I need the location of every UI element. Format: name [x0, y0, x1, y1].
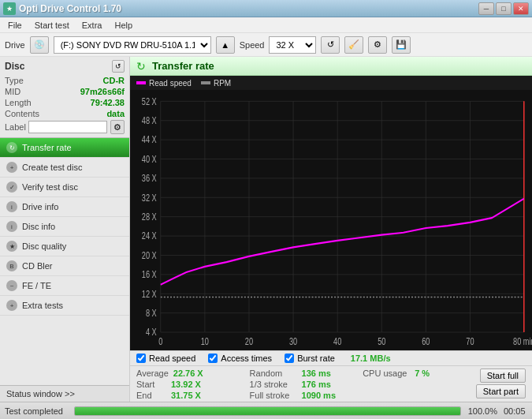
svg-text:40 X: 40 X: [142, 153, 157, 164]
chart-legend: Read speed RPM: [130, 76, 532, 90]
start-part-button[interactable]: Start part: [476, 384, 526, 398]
speed-select[interactable]: 32 X: [269, 36, 316, 54]
save-button[interactable]: 💾: [392, 36, 411, 54]
nav-fe-te[interactable]: ~ FE / TE: [0, 276, 129, 296]
nav-icon-create-test-disc: +: [6, 162, 17, 173]
nav-drive-info[interactable]: i Drive info: [0, 197, 129, 217]
stats-row: Average 22.76 X Start 13.92 X End 31.75 …: [130, 366, 532, 402]
disc-mid-label: MID: [5, 87, 20, 96]
checkbox-burst-rate-input[interactable]: [285, 354, 294, 363]
disc-length-value: 79:42.38: [91, 98, 125, 107]
disc-label-gear-button[interactable]: ⚙: [110, 120, 125, 134]
checkbox-access-times[interactable]: Access times: [208, 354, 272, 363]
disc-label-label: Label: [5, 122, 26, 132]
nav-icon-extra-tests: +: [6, 300, 17, 311]
options-button[interactable]: ⚙: [368, 36, 387, 54]
burst-rate-value: 17.1 MB/s: [351, 354, 391, 363]
stat-stroke-1-3-value: 176 ms: [302, 380, 337, 389]
nav-create-test-disc[interactable]: + Create test disc: [0, 158, 129, 178]
disc-label-input[interactable]: [28, 121, 107, 133]
svg-text:36 X: 36 X: [142, 173, 157, 184]
checkbox-read-speed[interactable]: Read speed: [136, 354, 195, 363]
svg-text:40: 40: [333, 335, 341, 346]
start-full-button[interactable]: Start full: [480, 368, 526, 383]
stat-cpu-label: CPU usage: [363, 368, 410, 378]
checkbox-access-times-label: Access times: [221, 354, 272, 363]
checkboxes-row: Read speed Access times Burst rate 17.1 …: [130, 351, 532, 366]
disc-type-label: Type: [5, 76, 24, 85]
time-display: 00:05: [504, 406, 527, 416]
disc-mid-value: 97m26s66f: [80, 87, 125, 96]
maximize-button[interactable]: □: [496, 2, 512, 15]
svg-text:12 X: 12 X: [142, 288, 157, 299]
progress-bar-container: [74, 406, 461, 416]
nav-label-drive-info: Drive info: [22, 202, 58, 211]
stat-stroke-1-3-label: 1/3 stroke: [250, 380, 297, 389]
checkbox-read-speed-input[interactable]: [136, 354, 146, 363]
nav-disc-info[interactable]: i Disc info: [0, 217, 129, 237]
drive-select[interactable]: (F:) SONY DVD RW DRU-510A 1.1a: [54, 36, 211, 54]
titlebar: ★ Opti Drive Control 1.70 ─ □ ✕: [0, 0, 532, 17]
minimize-button[interactable]: ─: [478, 2, 494, 15]
svg-text:16 X: 16 X: [142, 269, 157, 280]
legend-label-rpm: RPM: [214, 79, 231, 88]
svg-text:4 X: 4 X: [146, 327, 157, 338]
svg-text:0: 0: [158, 335, 162, 346]
disc-contents-value: data: [106, 109, 125, 118]
stat-cpu-value: 7 %: [415, 368, 438, 378]
nav-icon-cd-bler: B: [6, 260, 17, 271]
chart-container: 52 X 48 X 44 X 40 X 36 X 32 X 28 X 24 X …: [130, 90, 532, 350]
stat-full-stroke-row: Full stroke 1090 ms: [250, 391, 360, 400]
nav-icon-disc-quality: ★: [6, 241, 17, 252]
chart-header: ↻ Transfer rate: [130, 57, 532, 76]
svg-text:20: 20: [245, 335, 253, 346]
refresh-speed-button[interactable]: ↺: [321, 36, 340, 54]
menu-help[interactable]: Help: [110, 19, 137, 32]
nav-label-cd-bler: CD Bler: [22, 261, 53, 271]
nav-cd-bler[interactable]: B CD Bler: [0, 256, 129, 276]
disc-header: Disc ↺: [5, 60, 125, 73]
status-window-button[interactable]: Status window >>: [0, 385, 129, 402]
drive-icon-button[interactable]: 💿: [30, 36, 49, 54]
svg-text:8 X: 8 X: [146, 307, 157, 318]
close-button[interactable]: ✕: [513, 2, 529, 15]
svg-text:24 X: 24 X: [142, 230, 157, 241]
stat-average-label: Average: [136, 368, 169, 378]
disc-type-row: Type CD-R: [5, 76, 125, 85]
clear-button[interactable]: 🧹: [344, 36, 363, 54]
nav-transfer-rate[interactable]: ↻ Transfer rate: [0, 138, 129, 158]
svg-text:20 X: 20 X: [142, 249, 157, 260]
bottom-controls: Read speed Access times Burst rate 17.1 …: [130, 350, 532, 402]
nav-disc-quality[interactable]: ★ Disc quality: [0, 237, 129, 256]
disc-mid-row: MID 97m26s66f: [5, 87, 125, 96]
menu-file[interactable]: File: [3, 19, 27, 32]
legend-label-read-speed: Read speed: [149, 79, 192, 88]
menu-extra[interactable]: Extra: [77, 19, 107, 32]
svg-text:80 min: 80 min: [513, 335, 532, 346]
statusbar: Test completed 100.0% 00:05: [0, 402, 532, 419]
disc-length-row: Length 79:42.38: [5, 98, 125, 107]
checkbox-access-times-input[interactable]: [208, 354, 218, 363]
disc-panel: Disc ↺ Type CD-R MID 97m26s66f Length 79…: [0, 57, 129, 138]
nav-icon-disc-info: i: [6, 221, 17, 232]
legend-color-rpm: [201, 81, 210, 84]
chart-svg: 52 X 48 X 44 X 40 X 36 X 32 X 28 X 24 X …: [130, 90, 532, 350]
main-content: Disc ↺ Type CD-R MID 97m26s66f Length 79…: [0, 57, 532, 402]
nav-label-disc-info: Disc info: [22, 222, 55, 231]
stat-start-label: Start: [136, 380, 166, 389]
stat-start-value: 13.92 X: [171, 380, 204, 389]
disc-label-row: Label ⚙: [5, 120, 125, 134]
svg-text:10: 10: [201, 335, 209, 346]
menu-start-test[interactable]: Start test: [30, 19, 74, 32]
checkbox-burst-rate-label: Burst rate: [297, 354, 335, 363]
stat-random-value: 136 ms: [302, 368, 337, 378]
disc-refresh-button[interactable]: ↺: [112, 60, 125, 73]
right-panel: ↻ Transfer rate Read speed RPM: [130, 57, 532, 402]
nav-verify-test-disc[interactable]: ✓ Verify test disc: [0, 178, 129, 197]
nav-extra-tests[interactable]: + Extra tests: [0, 296, 129, 316]
disc-header-label: Disc: [5, 61, 24, 72]
eject-button[interactable]: ▲: [216, 36, 235, 54]
checkbox-burst-rate[interactable]: Burst rate: [285, 354, 335, 363]
svg-text:70: 70: [466, 335, 474, 346]
drive-label: Drive: [5, 40, 25, 50]
